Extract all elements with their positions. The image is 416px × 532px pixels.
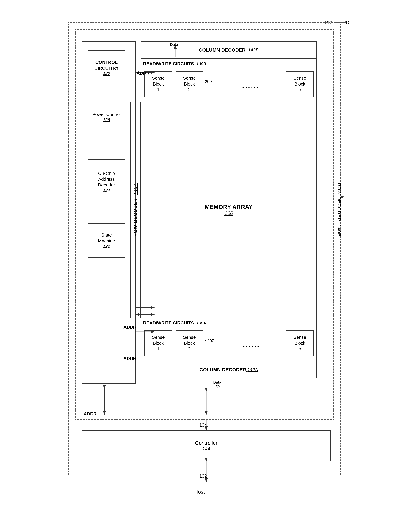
addr-decoder-label: On-ChipAddressDecoder: [98, 170, 115, 188]
sense-block-1-bottom: SenseBlock1: [144, 330, 172, 356]
page: 110 112: [0, 0, 416, 532]
row-decoder-left-box: ROW DECODER 140A: [130, 102, 141, 318]
ref-132: 132: [199, 473, 207, 479]
col-decoder-bottom-label: COLUMN DECODER: [199, 367, 246, 373]
power-control-label: Power Control: [92, 112, 121, 118]
col-decoder-top-box: COLUMN DECODER 142B: [141, 41, 317, 59]
ref-200-bottom: ~200: [205, 338, 214, 343]
row-decoder-left-label: ROW DECODER 140A: [133, 183, 138, 237]
col-decoder-bottom-ref: 142A: [246, 367, 258, 372]
power-control-ref: 126: [103, 117, 110, 122]
data-io-bottom-label: DataI/O: [213, 380, 221, 389]
memory-array-box: MEMORY ARRAY 100: [141, 102, 317, 318]
rw-top-label: READ/WRITE CIRCUITS 130B: [143, 61, 206, 67]
main-area: COLUMN DECODER 142B READ/WRITE CIRCUITS …: [141, 41, 331, 384]
addr-label-outer: ADDR: [84, 411, 97, 417]
col-decoder-top-ref: 142B: [247, 47, 259, 53]
sense-block-2-bottom: SenseBlock2: [176, 330, 203, 356]
dots-top: ...........: [217, 79, 283, 89]
sense-block-2-top: SenseBlock2: [176, 71, 203, 97]
addr-label-bottom2: ADDR: [123, 356, 136, 361]
rw-bottom-label: READ/WRITE CIRCUITS 130A: [143, 320, 206, 326]
rw-bottom-ref: 130A: [195, 321, 206, 325]
state-machine-box: StateMachine 122: [87, 223, 125, 258]
power-control-box: Power Control 126: [87, 100, 125, 133]
addr-decoder-ref: 124: [103, 188, 110, 193]
rw-top-box: READ/WRITE CIRCUITS 130B SenseBlock1 Sen…: [141, 59, 317, 102]
ctrl-circuitry-ref: 120: [103, 71, 110, 76]
diagram-container: 110 112: [61, 16, 355, 517]
ctrl-circuitry-box: CONTROL CIRCUITRY 120: [87, 50, 125, 85]
sense-blocks-top: SenseBlock1 SenseBlock2 200 ........... …: [144, 69, 314, 99]
control-panel: CONTROL CIRCUITRY 120 Power Control 126 …: [82, 41, 135, 384]
state-machine-label: StateMachine: [98, 232, 115, 244]
row-decoder-right-box: ROW DECODER 140B: [334, 102, 344, 318]
rw-bottom-box: READ/WRITE CIRCUITS 130A SenseBlock1 Sen…: [141, 318, 317, 361]
addr-decoder-box: On-ChipAddressDecoder 124: [87, 159, 125, 204]
memory-array-label: MEMORY ARRAY: [205, 204, 253, 210]
host-label: Host: [194, 489, 205, 495]
controller-box: Controller 144: [82, 430, 331, 461]
sense-block-1-top: SenseBlock1: [144, 71, 172, 97]
sense-block-p-bottom: SenseBlockp: [286, 330, 314, 356]
row-decoder-right-label: ROW DECODER 140B: [337, 183, 342, 237]
ctrl-circuitry-label: CONTROL CIRCUITRY: [88, 59, 125, 71]
rw-top-ref: 130B: [195, 61, 206, 66]
sense-block-p-top: SenseBlockp: [286, 71, 314, 97]
col-decoder-top-label: COLUMN DECODER: [199, 47, 246, 53]
controller-ref: 144: [202, 446, 210, 452]
ref-200-top: 200: [205, 79, 212, 84]
ref-134: 134: [199, 423, 207, 428]
sense-blocks-bottom: SenseBlock1 SenseBlock2 ~200 ...........…: [144, 329, 314, 358]
col-decoder-bottom-box: COLUMN DECODER 142A: [141, 361, 317, 378]
dots-bottom: ...........: [219, 338, 283, 348]
controller-label: Controller: [195, 440, 217, 446]
state-machine-ref: 122: [103, 244, 110, 249]
addr-label-bottom1: ADDR: [123, 325, 136, 330]
memory-array-ref: 100: [224, 210, 233, 216]
